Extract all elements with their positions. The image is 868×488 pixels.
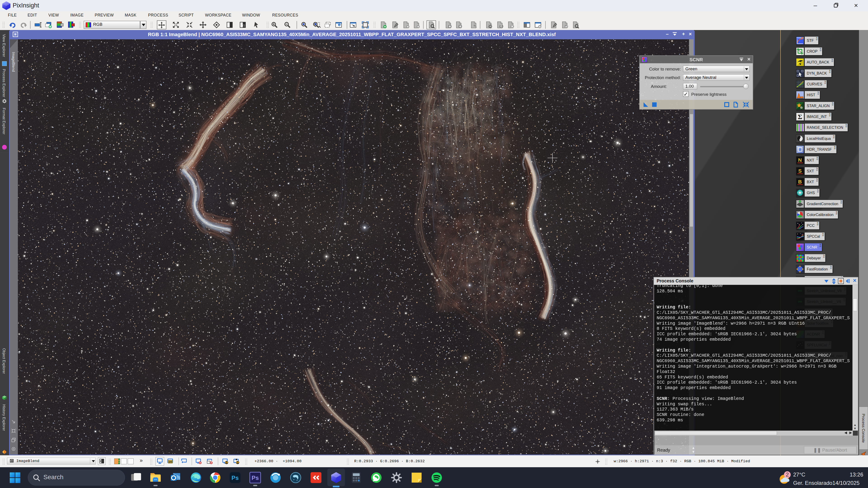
svg-text:2: 2 [786,471,789,478]
svg-text:Ps: Ps [252,475,259,481]
svg-text:24: 24 [169,460,172,463]
svg-text:Ps: Ps [231,475,239,481]
svg-text:Σ: Σ [798,113,802,121]
svg-text:N: N [798,157,802,163]
svg-text:S: S [798,168,802,173]
svg-text:B: B [798,178,802,184]
